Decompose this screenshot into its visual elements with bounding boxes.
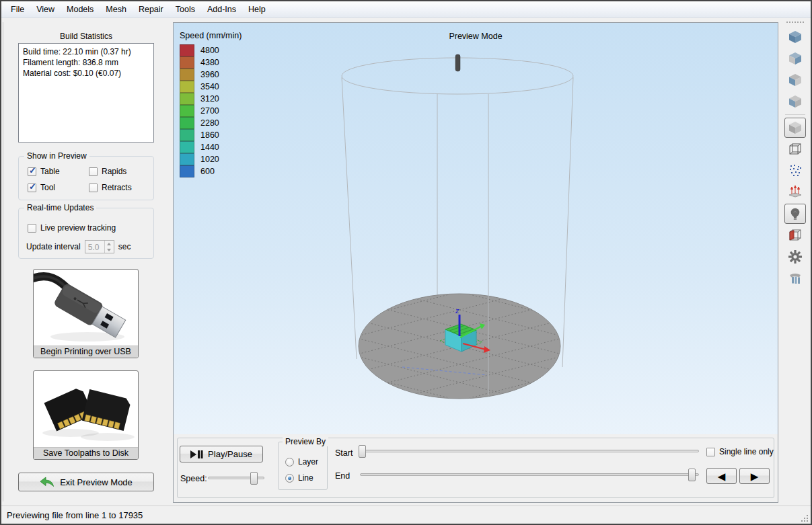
slider-thumb[interactable] xyxy=(359,445,366,458)
slider-track[interactable] xyxy=(359,450,699,452)
resize-grip[interactable] xyxy=(801,514,810,523)
point-cloud-view-icon[interactable] xyxy=(784,161,806,181)
wireframe-view-icon[interactable] xyxy=(784,139,806,159)
start-line-slider[interactable] xyxy=(359,445,699,458)
speed-slider[interactable] xyxy=(208,472,264,485)
preview-by-option[interactable]: Line xyxy=(285,473,318,483)
show-option-checkbox[interactable]: Retracts xyxy=(89,183,151,192)
checkbox-label: Tool xyxy=(40,183,55,192)
scene-3d[interactable]: z Preview Mode Speed (mm/min) 4800 xyxy=(174,23,778,434)
legend-value: 2280 xyxy=(200,118,219,128)
toolbar-grip[interactable] xyxy=(786,22,804,23)
menu-item[interactable]: Tools xyxy=(170,1,201,17)
end-line-slider[interactable] xyxy=(360,469,699,481)
save-toolpaths-disk-button[interactable]: Save Toolpaths to Disk xyxy=(33,370,139,460)
slider-track[interactable] xyxy=(360,473,699,476)
checkbox-label: Table xyxy=(40,167,60,176)
cross-section-view-icon[interactable] xyxy=(784,225,806,245)
legend-color-chip xyxy=(180,44,194,56)
support-structures-icon[interactable] xyxy=(784,268,806,288)
preview-viewport: z Preview Mode Speed (mm/min) 4800 xyxy=(173,22,778,503)
settings-gear-icon[interactable] xyxy=(784,247,806,267)
solid-model-view-icon[interactable] xyxy=(784,118,806,138)
viewport-title: Preview Mode xyxy=(174,32,778,41)
app-window: FileViewModelsMeshRepairToolsAdd-InsHelp… xyxy=(0,0,812,525)
view-cube-default-icon[interactable] xyxy=(784,27,806,47)
lighting-toggle-icon[interactable] xyxy=(784,204,806,224)
build-statistic-line: Filament length: 836.8 mm xyxy=(23,57,149,68)
legend-color-chip xyxy=(180,93,194,105)
menu-item[interactable]: Models xyxy=(61,1,100,17)
exit-preview-mode-button[interactable]: Exit Preview Mode xyxy=(18,473,154,491)
menu-item[interactable]: Mesh xyxy=(100,1,133,17)
previous-line-button[interactable]: ◀ xyxy=(706,468,737,484)
view-cube-front-icon[interactable] xyxy=(784,48,806,69)
legend-entry: 1440 xyxy=(180,141,242,153)
play-pause-label: Play/Pause xyxy=(208,449,252,459)
legend-color-chip xyxy=(180,165,194,177)
start-label: Start xyxy=(335,448,353,458)
toolbar-separator xyxy=(785,114,805,115)
legend-entries: 4800 4380 3960 xyxy=(180,44,242,177)
z-axis-label: z xyxy=(455,307,459,315)
checkbox-label: Retracts xyxy=(102,183,132,192)
realtime-updates-group: Real-time Updates Live preview tracking … xyxy=(18,208,154,259)
menu-bar: FileViewModelsMeshRepairToolsAdd-InsHelp xyxy=(1,1,811,18)
checkbox-icon xyxy=(89,167,98,176)
status-bar: Previewing file from line 1 to 17935 xyxy=(1,506,811,524)
show-option-checkbox[interactable]: Table xyxy=(28,167,89,176)
menu-item[interactable]: View xyxy=(30,1,61,17)
menu-item[interactable]: Add-Ins xyxy=(201,1,242,17)
spinner-buttons xyxy=(104,241,114,253)
preview-by-options: Layer Line xyxy=(285,457,318,483)
usb-button-caption: Begin Printing over USB xyxy=(34,346,138,358)
show-option-checkbox[interactable]: Rapids xyxy=(89,167,151,176)
usb-plug-photo-icon xyxy=(34,270,138,346)
legend-color-chip xyxy=(180,117,194,129)
slider-thumb[interactable] xyxy=(688,469,696,481)
menu-item[interactable]: File xyxy=(5,1,30,17)
legend-entry: 1860 xyxy=(180,129,242,141)
spinner-down-icon xyxy=(105,247,114,253)
legend-color-chip xyxy=(180,56,194,69)
show-in-preview-title: Show in Preview xyxy=(24,151,89,161)
status-text: Previewing file from line 1 to 17935 xyxy=(7,510,143,520)
radio-label: Line xyxy=(298,473,313,483)
checkbox-label: Rapids xyxy=(102,167,126,176)
view-toolbar xyxy=(779,18,811,506)
show-option-checkbox[interactable]: Tool xyxy=(28,183,89,192)
legend-value: 600 xyxy=(200,167,215,176)
single-line-only-checkbox[interactable]: Single line only xyxy=(706,447,774,456)
realtime-updates-title: Real-time Updates xyxy=(24,203,96,212)
legend-value: 4380 xyxy=(200,58,219,67)
legend-value: 4800 xyxy=(200,46,219,55)
view-cube-top-icon[interactable] xyxy=(784,91,806,112)
update-interval-unit: sec xyxy=(118,242,131,251)
legend-color-chip xyxy=(180,141,194,153)
build-statistics-title: Build Statistics xyxy=(5,32,167,41)
live-preview-tracking-checkbox[interactable]: Live preview tracking xyxy=(28,223,116,233)
exit-button-label: Exit Preview Mode xyxy=(60,477,133,487)
menu-item[interactable]: Help xyxy=(242,1,272,17)
radio-icon xyxy=(285,458,294,467)
play-pause-button[interactable]: Play/Pause xyxy=(180,446,263,462)
menu-item[interactable]: Repair xyxy=(133,1,170,17)
view-cube-side-icon[interactable] xyxy=(784,70,806,90)
checkbox-icon xyxy=(28,224,36,233)
next-line-button[interactable]: ▶ xyxy=(739,468,770,484)
preview-by-title: Preview By xyxy=(283,437,328,446)
legend-entry: 3540 xyxy=(180,81,242,93)
disk-button-caption: Save Toolpaths to Disk xyxy=(34,447,138,459)
legend-value: 3540 xyxy=(200,82,219,91)
slider-thumb[interactable] xyxy=(250,472,258,485)
preview-by-option[interactable]: Layer xyxy=(285,457,318,467)
begin-printing-usb-button[interactable]: Begin Printing over USB xyxy=(33,269,139,358)
end-label: End xyxy=(335,471,350,481)
legend-value: 1440 xyxy=(200,143,219,152)
legend-entry: 4380 xyxy=(180,56,242,69)
surface-normals-view-icon[interactable] xyxy=(784,182,806,202)
build-volume-scene: z xyxy=(174,23,778,434)
legend-value: 1860 xyxy=(200,130,219,140)
radio-icon xyxy=(285,474,294,483)
sidebar: Build Statistics Build time: 22.10 min (… xyxy=(5,18,167,506)
